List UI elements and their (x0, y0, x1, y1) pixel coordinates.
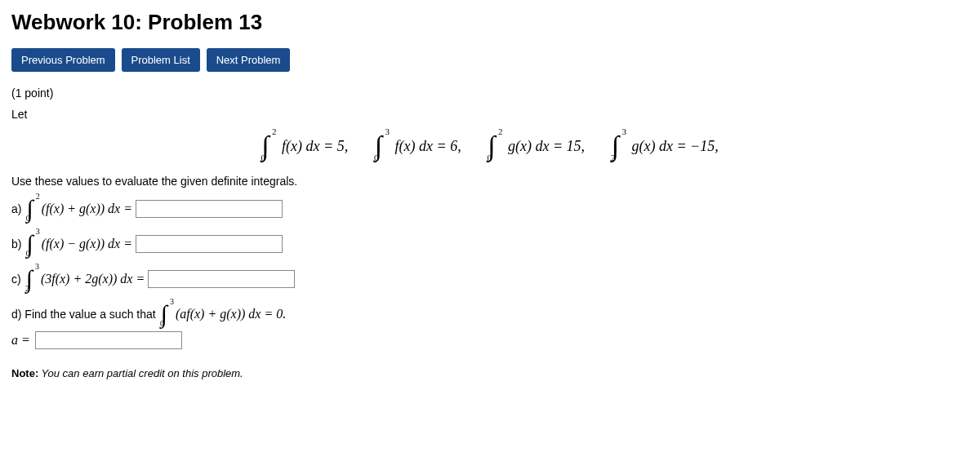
part-d: d) Find the value a such that ∫03 (af(x)… (11, 303, 969, 325)
part-d-answer-row: a = (11, 331, 969, 349)
a-equals-label: a = (11, 333, 30, 348)
nav-buttons: Previous Problem Problem List Next Probl… (11, 48, 969, 72)
problem-body: (1 point) Let ∫02 f(x) dx = 5, ∫03 f(x) … (11, 86, 969, 379)
previous-problem-button[interactable]: Previous Problem (11, 48, 115, 72)
part-a-label: a) (11, 202, 21, 215)
answer-b-input[interactable] (136, 235, 283, 253)
part-c: c) ∫23 (3f(x) + 2g(x)) dx = (11, 268, 969, 290)
next-problem-button[interactable]: Next Problem (207, 48, 291, 72)
points-label: (1 point) (11, 86, 969, 100)
part-b-label: b) (11, 237, 21, 251)
note-text: Note: You can earn partial credit on thi… (11, 367, 969, 379)
part-b: b) ∫03 (f(x) − g(x)) dx = (11, 233, 969, 255)
answer-c-input[interactable] (148, 270, 295, 288)
instruction-text: Use these values to evaluate the given d… (11, 175, 969, 188)
part-c-label: c) (11, 273, 21, 286)
let-label: Let (11, 108, 969, 121)
part-a: a) ∫02 (f(x) + g(x)) dx = (11, 197, 969, 219)
page-title: Webwork 10: Problem 13 (11, 10, 969, 35)
answer-a-input[interactable] (136, 200, 283, 218)
given-integrals: ∫02 f(x) dx = 5, ∫03 f(x) dx = 6, ∫02 g(… (11, 132, 969, 160)
answer-d-input[interactable] (35, 331, 182, 349)
problem-list-button[interactable]: Problem List (122, 48, 200, 72)
part-d-label: d) Find the value a such that (11, 308, 156, 321)
